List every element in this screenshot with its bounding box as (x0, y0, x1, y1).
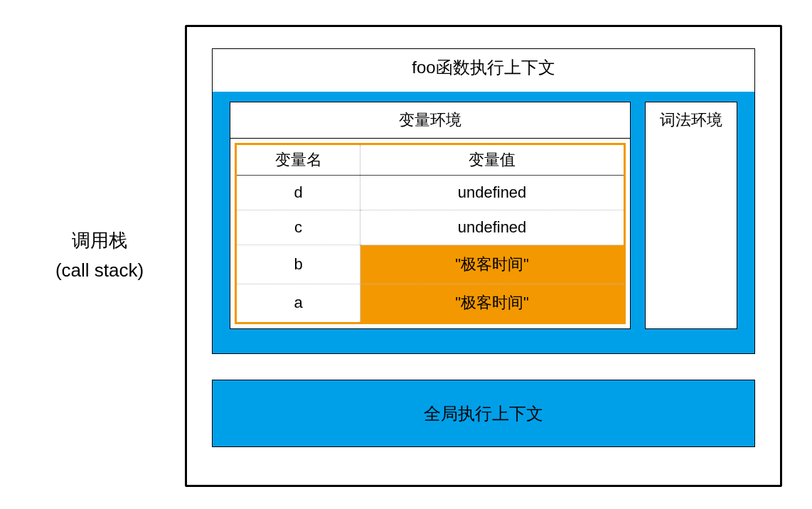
variable-table-wrap: 变量名 变量值 dundefinedcundefinedb"极客时间"a"极客时… (230, 139, 630, 328)
var-value-cell: undefined (360, 176, 625, 210)
variable-environment-title: 变量环境 (230, 102, 630, 139)
diagram-container: 调用栈 (call stack) foo函数执行上下文 变量环境 变量名 变量值 (14, 14, 803, 498)
lexical-environment: 词法环境 (645, 102, 737, 329)
foo-execution-context: foo函数执行上下文 变量环境 变量名 变量值 dundefinedc (212, 48, 755, 354)
var-value-cell: "极客时间" (360, 245, 625, 284)
call-stack-label: 调用栈 (call stack) (14, 226, 185, 285)
table-row: a"极客时间" (236, 284, 625, 323)
lexical-environment-title: 词法环境 (650, 109, 732, 131)
global-context-title: 全局执行上下文 (424, 402, 543, 425)
foo-context-body: 变量环境 变量名 变量值 dundefinedcundefinedb"极客时间"… (230, 102, 737, 329)
foo-context-title: foo函数执行上下文 (213, 49, 754, 92)
variable-table: 变量名 变量值 dundefinedcundefinedb"极客时间"a"极客时… (235, 143, 626, 324)
call-stack-label-en: (call stack) (14, 256, 185, 286)
table-row: b"极客时间" (236, 245, 625, 284)
table-row: cundefined (236, 210, 625, 245)
call-stack-box: foo函数执行上下文 变量环境 变量名 变量值 dundefinedc (185, 25, 782, 487)
var-value-cell: undefined (360, 210, 625, 245)
col-header-name: 变量名 (236, 144, 360, 176)
table-row: dundefined (236, 176, 625, 210)
col-header-value: 变量值 (360, 144, 625, 176)
global-execution-context: 全局执行上下文 (212, 380, 755, 447)
var-name-cell: b (236, 245, 360, 284)
var-name-cell: d (236, 176, 360, 210)
call-stack-label-cn: 调用栈 (14, 226, 185, 256)
var-name-cell: a (236, 284, 360, 323)
var-name-cell: c (236, 210, 360, 245)
variable-environment: 变量环境 变量名 变量值 dundefinedcundefinedb"极客时间"… (230, 102, 631, 329)
var-value-cell: "极客时间" (360, 284, 625, 323)
variable-table-body: dundefinedcundefinedb"极客时间"a"极客时间" (236, 176, 625, 323)
